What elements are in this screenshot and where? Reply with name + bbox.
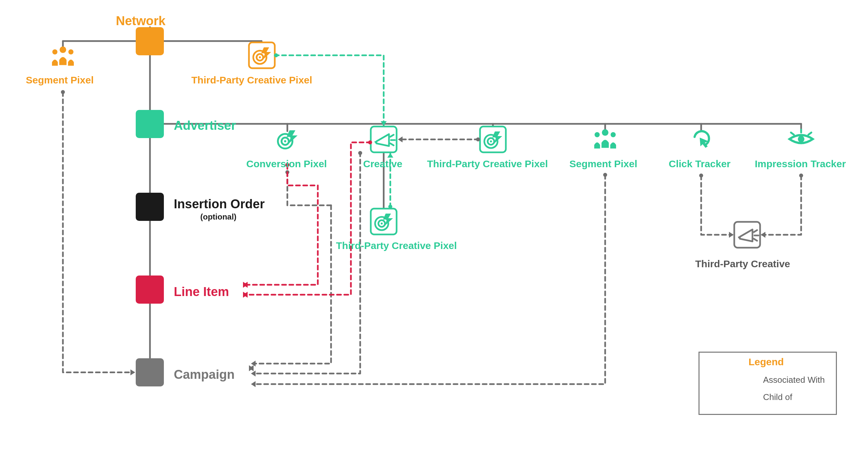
click-tracker-label: Click Tracker xyxy=(669,158,731,170)
adv-tpcp-label: Third-Party Creative Pixel xyxy=(427,158,548,170)
svg-rect-17 xyxy=(136,358,164,386)
svg-marker-60 xyxy=(244,361,249,366)
svg-rect-15 xyxy=(136,193,164,221)
line-item-label: Line Item xyxy=(174,285,229,299)
legend-associated: Associated With xyxy=(763,375,825,385)
legend-childof: Child of xyxy=(763,392,792,402)
svg-point-33 xyxy=(52,49,57,54)
svg-point-32 xyxy=(60,47,66,53)
svg-rect-16 xyxy=(136,275,164,304)
creative-tpcp-label: Third-Party Creative Pixel xyxy=(336,240,457,251)
svg-point-48 xyxy=(699,174,703,178)
svg-rect-14 xyxy=(136,110,164,138)
svg-point-52 xyxy=(61,90,65,94)
network-segment-pixel-label: Segment Pixel xyxy=(26,74,94,86)
diagram-canvas: Network Advertiser Insertion Order (opti… xyxy=(0,0,868,451)
svg-point-47 xyxy=(476,138,480,141)
svg-point-57 xyxy=(358,151,362,155)
svg-point-42 xyxy=(274,53,278,57)
svg-marker-44 xyxy=(387,153,393,158)
advertiser-label: Advertiser xyxy=(174,119,236,133)
svg-point-38 xyxy=(602,129,609,136)
conversion-pixel-label: Conversion Pixel xyxy=(246,158,327,170)
svg-point-40 xyxy=(611,132,616,137)
svg-rect-13 xyxy=(136,27,164,55)
creative-label: Creative xyxy=(363,158,402,170)
adv-segment-pixel-label: Segment Pixel xyxy=(569,158,637,170)
legend-title: Legend xyxy=(748,356,784,367)
campaign-label: Campaign xyxy=(174,367,235,382)
svg-point-45 xyxy=(388,205,392,209)
svg-point-50 xyxy=(799,174,803,178)
network-tpcp-label: Third-Party Creative Pixel xyxy=(191,74,312,86)
svg-point-41 xyxy=(798,136,804,142)
svg-marker-49 xyxy=(729,232,734,238)
insertion-order-label: Insertion Order xyxy=(174,197,265,211)
svg-point-34 xyxy=(68,49,73,54)
svg-marker-51 xyxy=(761,232,765,238)
network-label: Network xyxy=(116,14,165,28)
svg-point-21 xyxy=(259,56,261,58)
third-party-creative-label: Third-Party Creative xyxy=(695,258,790,270)
impression-tracker-label: Impression Tracker xyxy=(755,158,846,170)
svg-marker-46 xyxy=(398,137,403,142)
svg-point-37 xyxy=(284,140,286,142)
svg-point-26 xyxy=(490,141,492,142)
svg-marker-59 xyxy=(251,370,255,377)
svg-point-62 xyxy=(368,141,372,144)
svg-marker-53 xyxy=(130,369,135,375)
svg-point-30 xyxy=(381,222,383,224)
svg-point-39 xyxy=(594,132,599,137)
insertion-order-sublabel: (optional) xyxy=(200,212,236,221)
svg-point-54 xyxy=(603,173,607,177)
svg-marker-55 xyxy=(251,381,255,387)
